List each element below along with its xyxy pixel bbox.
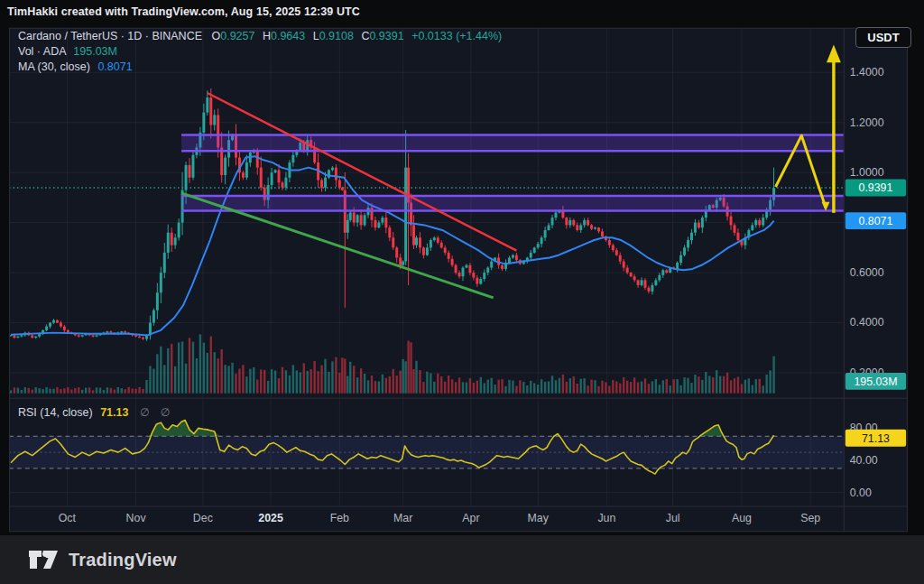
- ma-legend-row[interactable]: MA (30, close) 0.8071: [18, 60, 502, 75]
- svg-text:Jul: Jul: [666, 512, 680, 524]
- svg-text:Feb: Feb: [330, 512, 349, 524]
- ohlc-high-value: 0.9643: [271, 30, 305, 42]
- ohlc-low-value: 0.9108: [319, 30, 354, 42]
- svg-text:Oct: Oct: [59, 512, 77, 524]
- ohlc-low-label: L: [313, 30, 319, 42]
- svg-text:1.4000: 1.4000: [850, 66, 884, 79]
- svg-text:Apr: Apr: [462, 512, 479, 524]
- svg-text:0.00: 0.00: [850, 487, 872, 499]
- rsi-settings-icon[interactable]: ∅: [161, 406, 170, 419]
- svg-text:71.13: 71.13: [862, 432, 890, 445]
- symbol-title: Cardano / TetherUS · 1D · BINANCE: [18, 30, 202, 42]
- ma-value: 0.8071: [97, 60, 132, 73]
- ohlc-open-value: 0.9257: [220, 30, 254, 42]
- svg-text:Sep: Sep: [800, 512, 820, 524]
- svg-text:1.0000: 1.0000: [850, 166, 884, 179]
- svg-text:Mar: Mar: [393, 512, 412, 524]
- price-chart[interactable]: 1.40001.20001.00000.60000.40000.200080.0…: [9, 25, 917, 534]
- rsi-value: 71.13: [100, 406, 128, 419]
- svg-text:40.00: 40.00: [850, 454, 878, 467]
- ohlc-open-label: O: [212, 30, 221, 42]
- svg-text:Aug: Aug: [732, 512, 752, 524]
- volume-value: 195.03M: [73, 45, 117, 58]
- svg-text:195.03M: 195.03M: [854, 375, 897, 388]
- svg-text:0.4000: 0.4000: [850, 316, 884, 329]
- ma-label: MA (30, close): [18, 60, 90, 73]
- currency-toggle-button[interactable]: USDT: [855, 27, 911, 48]
- volume-legend-row[interactable]: Vol · ADA 195.03M: [18, 44, 502, 60]
- svg-text:1.2000: 1.2000: [850, 116, 884, 129]
- ohlc-high-label: H: [263, 30, 271, 42]
- svg-text:Nov: Nov: [126, 512, 147, 524]
- svg-text:2025: 2025: [258, 512, 283, 524]
- tradingview-brand-text[interactable]: TradingView: [69, 550, 177, 570]
- svg-text:May: May: [527, 512, 549, 524]
- svg-text:Dec: Dec: [193, 512, 213, 524]
- ohlc-close-value: 0.9391: [369, 30, 403, 42]
- change-value: +0.0133 (+1.44%): [411, 30, 502, 42]
- symbol-legend-row[interactable]: Cardano / TetherUS · 1D · BINANCE O0.925…: [18, 29, 502, 44]
- svg-text:0.6000: 0.6000: [850, 266, 884, 279]
- rsi-legend-row[interactable]: RSI (14, close) 71.13 ∅ ∅: [18, 406, 170, 419]
- volume-label: Vol · ADA: [18, 45, 66, 58]
- rsi-label: RSI (14, close): [18, 406, 93, 419]
- attribution-text: TimHakki created with TradingView.com, A…: [7, 5, 360, 18]
- footer-bar: TradingView: [0, 535, 924, 584]
- tradingview-logo-icon[interactable]: [27, 549, 60, 570]
- chart-legend: Cardano / TetherUS · 1D · BINANCE O0.925…: [18, 29, 502, 75]
- svg-text:Jun: Jun: [597, 512, 615, 524]
- rsi-hide-icon[interactable]: ∅: [140, 406, 149, 419]
- svg-text:0.8071: 0.8071: [859, 215, 893, 227]
- svg-text:0.9391: 0.9391: [859, 181, 893, 194]
